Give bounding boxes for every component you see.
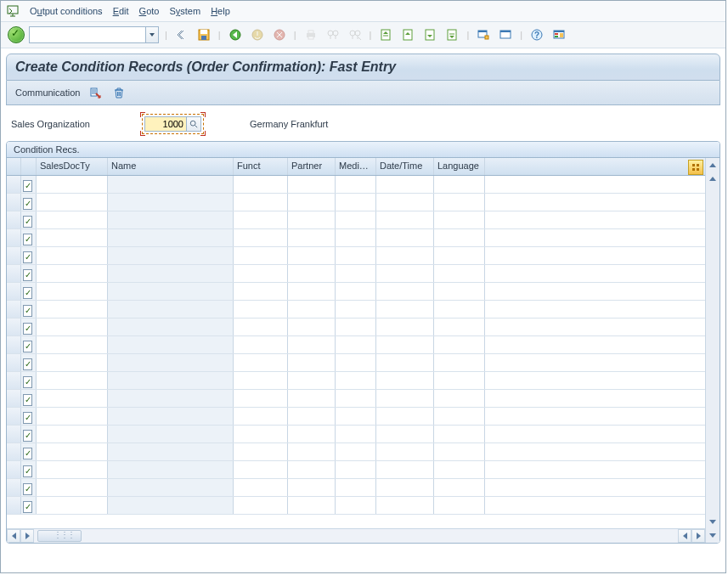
cell-language[interactable]: [434, 408, 485, 425]
cell-language[interactable]: [434, 426, 485, 443]
help-icon[interactable]: ?: [528, 25, 546, 44]
row-selector[interactable]: [7, 247, 21, 264]
cell-medium[interactable]: [336, 301, 376, 318]
cell-salesdocty[interactable]: [37, 336, 108, 353]
cell-funct[interactable]: [234, 426, 288, 443]
row-select-checkbox[interactable]: [21, 283, 37, 300]
cell-funct[interactable]: [234, 301, 288, 318]
cell-language[interactable]: [434, 372, 485, 389]
cell-funct[interactable]: [234, 265, 288, 282]
cell-medium[interactable]: [336, 390, 376, 407]
row-selector[interactable]: [7, 426, 21, 443]
cell-partner[interactable]: [288, 283, 336, 300]
cell-medium[interactable]: [336, 408, 376, 425]
cell-salesdocty[interactable]: [37, 229, 108, 246]
h-scroll-left[interactable]: [7, 529, 20, 543]
row-select-checkbox[interactable]: [21, 426, 37, 443]
cell-partner[interactable]: [288, 194, 336, 211]
cell-language[interactable]: [434, 461, 485, 478]
cell-language[interactable]: [434, 265, 485, 282]
cell-language[interactable]: [434, 229, 485, 246]
column-header-language[interactable]: Language: [434, 158, 485, 175]
menu-command-icon[interactable]: [6, 4, 20, 18]
cell-funct[interactable]: [234, 176, 288, 193]
cell-datetime[interactable]: [376, 408, 434, 425]
menu-goto[interactable]: Goto: [139, 6, 160, 16]
cell-medium[interactable]: [336, 461, 376, 478]
row-select-checkbox[interactable]: [21, 479, 37, 496]
cell-partner[interactable]: [288, 443, 336, 460]
cell-datetime[interactable]: [376, 265, 434, 282]
h-scroll-left-2[interactable]: [20, 529, 34, 543]
row-selector[interactable]: [7, 443, 21, 460]
cell-medium[interactable]: [336, 176, 376, 193]
cell-language[interactable]: [434, 354, 485, 371]
cell-salesdocty[interactable]: [37, 408, 108, 425]
cell-salesdocty[interactable]: [37, 176, 108, 193]
cell-language[interactable]: [434, 176, 485, 193]
cell-medium[interactable]: [336, 265, 376, 282]
table-config-button[interactable]: [688, 160, 703, 175]
cell-partner[interactable]: [288, 319, 336, 335]
cell-partner[interactable]: [288, 390, 336, 407]
row-select-checkbox[interactable]: [21, 408, 37, 425]
cell-medium[interactable]: [336, 497, 376, 514]
row-select-checkbox[interactable]: [21, 354, 37, 371]
cell-language[interactable]: [434, 390, 485, 407]
row-selector[interactable]: [7, 354, 21, 371]
cell-funct[interactable]: [234, 354, 288, 371]
new-session-icon[interactable]: [474, 25, 493, 44]
cell-medium[interactable]: [336, 426, 376, 443]
menu-output-conditions[interactable]: Output conditions: [30, 6, 103, 16]
cell-language[interactable]: [434, 336, 485, 353]
cell-datetime[interactable]: [376, 247, 434, 264]
shortcut-icon[interactable]: [496, 25, 515, 44]
delete-icon[interactable]: [110, 84, 127, 101]
cell-partner[interactable]: [288, 461, 336, 478]
cell-datetime[interactable]: [376, 176, 434, 193]
cell-salesdocty[interactable]: [37, 319, 108, 335]
cell-partner[interactable]: [288, 247, 336, 264]
layout-menu-icon[interactable]: [550, 25, 568, 44]
cell-language[interactable]: [434, 479, 485, 496]
row-select-checkbox[interactable]: [21, 390, 37, 407]
v-scroll-up[interactable]: [709, 177, 716, 181]
cell-funct[interactable]: [234, 283, 288, 300]
cell-medium[interactable]: [336, 283, 376, 300]
cell-funct[interactable]: [234, 194, 288, 211]
cell-medium[interactable]: [336, 336, 376, 353]
cell-partner[interactable]: [288, 497, 336, 514]
h-scroll-right-2[interactable]: [678, 529, 691, 543]
cell-salesdocty[interactable]: [37, 461, 108, 478]
cell-datetime[interactable]: [376, 336, 434, 353]
row-select-checkbox[interactable]: [21, 211, 37, 228]
cell-medium[interactable]: [336, 319, 376, 335]
cell-funct[interactable]: [234, 372, 288, 389]
cell-funct[interactable]: [234, 408, 288, 425]
row-selector[interactable]: [7, 461, 21, 478]
cell-salesdocty[interactable]: [37, 479, 108, 496]
cell-partner[interactable]: [288, 176, 336, 193]
cell-language[interactable]: [434, 497, 485, 514]
row-select-checkbox[interactable]: [21, 229, 37, 246]
cell-datetime[interactable]: [376, 426, 434, 443]
save-icon[interactable]: [195, 25, 213, 44]
v-scroll-top[interactable]: [709, 163, 716, 167]
cell-partner[interactable]: [288, 229, 336, 246]
row-selector[interactable]: [7, 211, 21, 228]
column-header-datetime[interactable]: Date/Time: [376, 158, 434, 175]
cell-medium[interactable]: [336, 194, 376, 211]
table-corner[interactable]: [7, 158, 21, 175]
sales-organization-f4-button[interactable]: [187, 116, 201, 132]
cell-funct[interactable]: [234, 247, 288, 264]
cell-medium[interactable]: [336, 372, 376, 389]
cell-salesdocty[interactable]: [37, 372, 108, 389]
cell-datetime[interactable]: [376, 390, 434, 407]
row-selector[interactable]: [7, 301, 21, 318]
cell-medium[interactable]: [336, 211, 376, 228]
menu-help[interactable]: Help: [211, 6, 230, 16]
back-icon[interactable]: [226, 25, 245, 44]
cell-partner[interactable]: [288, 336, 336, 353]
cell-salesdocty[interactable]: [37, 194, 108, 211]
cell-funct[interactable]: [234, 479, 288, 496]
